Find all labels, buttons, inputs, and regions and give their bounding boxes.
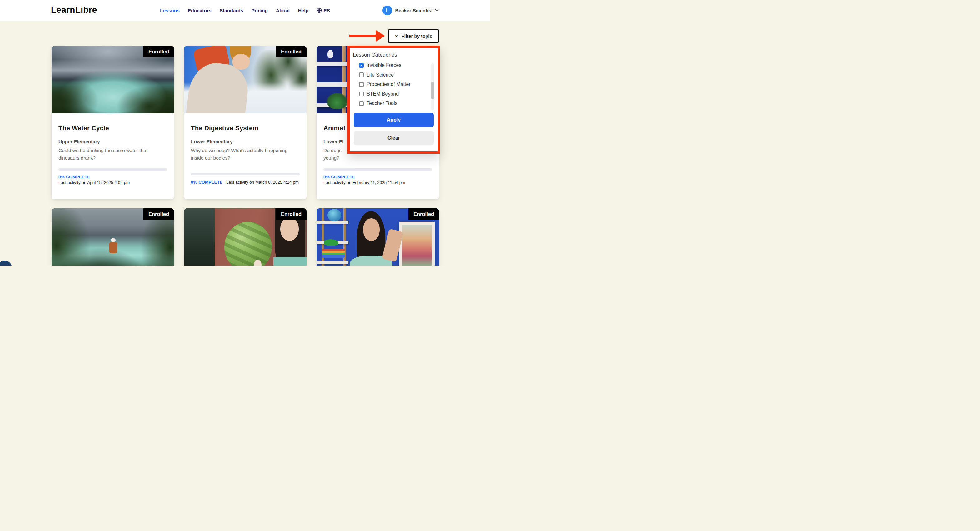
user-name: Beaker Scientist: [395, 8, 433, 13]
progress-label: 0% COMPLETE: [59, 175, 167, 179]
nav-standards[interactable]: Standards: [220, 8, 243, 13]
thumbnail-shelf-board: [317, 261, 348, 264]
thumbnail-window: [184, 208, 215, 266]
thumbnail-face: [232, 54, 250, 70]
lesson-thumbnail-lake: Enrolled: [52, 46, 174, 113]
thumbnail-watermelon: [224, 222, 272, 266]
thumbnail-dinosaur-toy: [324, 239, 339, 245]
progress-meta: 0% COMPLETE Last activity on April 15, 2…: [59, 169, 167, 185]
thumbnail-hiker-jacket: [109, 242, 118, 253]
top-nav-bar: LearnLibre Lessons Educators Standards P…: [0, 0, 490, 21]
lesson-thumbnail-mountain-lake: Enrolled: [52, 208, 174, 266]
lesson-description: Why do we poop? What’s actually happenin…: [191, 147, 300, 162]
checkbox-unchecked-icon[interactable]: [359, 73, 364, 77]
apply-button[interactable]: Apply: [354, 113, 434, 127]
category-option-teacher-tools[interactable]: Teacher Tools: [359, 99, 426, 108]
category-label: Teacher Tools: [367, 100, 397, 106]
language-label: ES: [323, 8, 330, 13]
card-body: The Water Cycle Upper Elementary Could w…: [52, 124, 174, 162]
thumbnail-shirt: [274, 257, 307, 266]
globe-icon: [317, 8, 322, 13]
thumbnail-face: [280, 217, 299, 241]
nav-pricing[interactable]: Pricing: [251, 8, 268, 13]
filter-by-topic-button[interactable]: ✕ Filter by topic: [388, 29, 439, 43]
clear-button[interactable]: Clear: [354, 131, 434, 145]
lesson-card[interactable]: Enrolled: [52, 208, 174, 266]
lesson-thumbnail-magnet-demo: Enrolled: [317, 208, 439, 266]
nav-help[interactable]: Help: [298, 8, 309, 13]
lesson-description: Could we be drinking the same water that…: [59, 147, 167, 162]
progress-meta: 0% COMPLETE Last activity on March 8, 20…: [191, 173, 300, 185]
panel-scrollbar-track[interactable]: [431, 64, 434, 110]
corner-widget[interactable]: [0, 261, 12, 266]
thumbnail-face: [363, 218, 380, 240]
last-activity: Last activity on March 8, 2025 4:14 pm: [226, 180, 299, 184]
filter-panel: Lesson Categories ✓ Invisible Forces Lif…: [347, 46, 440, 154]
category-option-invisible-forces[interactable]: ✓ Invisible Forces: [359, 60, 426, 70]
nav-educators[interactable]: Educators: [188, 8, 212, 13]
filter-button-label: Filter by topic: [402, 33, 432, 39]
progress-bar: [59, 169, 167, 170]
lesson-card-digestive-system[interactable]: Enrolled The Digestive System Lower Elem…: [184, 46, 307, 199]
category-list: ✓ Invisible Forces Life Science Properti…: [359, 60, 438, 108]
language-switcher[interactable]: ES: [317, 8, 330, 13]
chevron-down-icon: [435, 8, 438, 11]
user-menu[interactable]: L Beaker Scientist: [382, 0, 438, 21]
category-label: Properties of Matter: [367, 81, 410, 87]
checkbox-unchecked-icon[interactable]: [359, 92, 364, 96]
category-label: STEM Beyond: [367, 91, 399, 97]
enrolled-badge: Enrolled: [276, 46, 307, 57]
progress-meta: 0% COMPLETE Last activity on February 11…: [323, 169, 432, 185]
lesson-card-water-cycle[interactable]: Enrolled The Water Cycle Upper Elementar…: [52, 46, 174, 199]
close-icon: ✕: [395, 34, 398, 39]
thumbnail-astronaut-figure: [328, 50, 333, 58]
enrolled-badge: Enrolled: [276, 208, 307, 220]
category-option-properties-of-matter[interactable]: Properties of Matter: [359, 79, 426, 89]
thumbnail-books: [322, 249, 345, 258]
checkbox-unchecked-icon[interactable]: [359, 101, 364, 106]
avatar: L: [382, 6, 392, 15]
enrolled-badge: Enrolled: [409, 208, 439, 220]
progress-bar: [323, 169, 432, 170]
progress-label: 0% COMPLETE: [323, 175, 432, 179]
lesson-thumbnail-watermelon: Enrolled: [184, 208, 307, 266]
lesson-grid-row-2: Enrolled Enrolled: [52, 208, 439, 266]
category-option-stem-beyond[interactable]: STEM Beyond: [359, 89, 426, 99]
grade-level: Lower Elementary: [191, 139, 300, 145]
thumbnail-painting-art: [402, 225, 432, 266]
lesson-title: The Water Cycle: [59, 124, 167, 132]
thumbnail-painting: [399, 222, 435, 266]
lesson-thumbnail-snow-selfie: Enrolled: [184, 46, 307, 113]
description-line: young?: [323, 154, 432, 162]
category-label: Life Science: [367, 72, 394, 78]
checkbox-unchecked-icon[interactable]: [359, 82, 364, 87]
lesson-card[interactable]: Enrolled: [184, 208, 307, 266]
category-option-life-science[interactable]: Life Science: [359, 70, 426, 80]
panel-scrollbar-thumb[interactable]: [431, 82, 434, 99]
annotation-arrow-line: [349, 35, 376, 37]
card-body: The Digestive System Lower Elementary Wh…: [184, 124, 307, 162]
progress-label: 0% COMPLETE: [191, 180, 223, 184]
lesson-title: The Digestive System: [191, 124, 300, 132]
progress-bar: [191, 173, 300, 175]
last-activity: Last activity on April 15, 2025 4:02 pm: [59, 180, 167, 185]
filter-panel-title: Lesson Categories: [353, 52, 438, 58]
checkbox-checked-icon[interactable]: ✓: [359, 63, 364, 68]
category-label: Invisible Forces: [367, 62, 401, 68]
main-nav: Lessons Educators Standards Pricing Abou…: [160, 0, 330, 21]
thumbnail-hiker-beanie: [111, 238, 116, 242]
enrolled-badge: Enrolled: [143, 208, 174, 220]
lesson-card[interactable]: Enrolled: [317, 208, 439, 266]
last-activity: Last activity on February 11, 2025 11:54…: [323, 180, 432, 185]
nav-lessons[interactable]: Lessons: [160, 8, 180, 13]
nav-about[interactable]: About: [276, 8, 290, 13]
annotation-arrow-head: [375, 30, 385, 42]
enrolled-badge: Enrolled: [143, 46, 174, 57]
logo[interactable]: LearnLibre: [51, 5, 97, 15]
thumbnail-globe: [328, 209, 341, 221]
grade-level: Upper Elementary: [59, 139, 167, 145]
